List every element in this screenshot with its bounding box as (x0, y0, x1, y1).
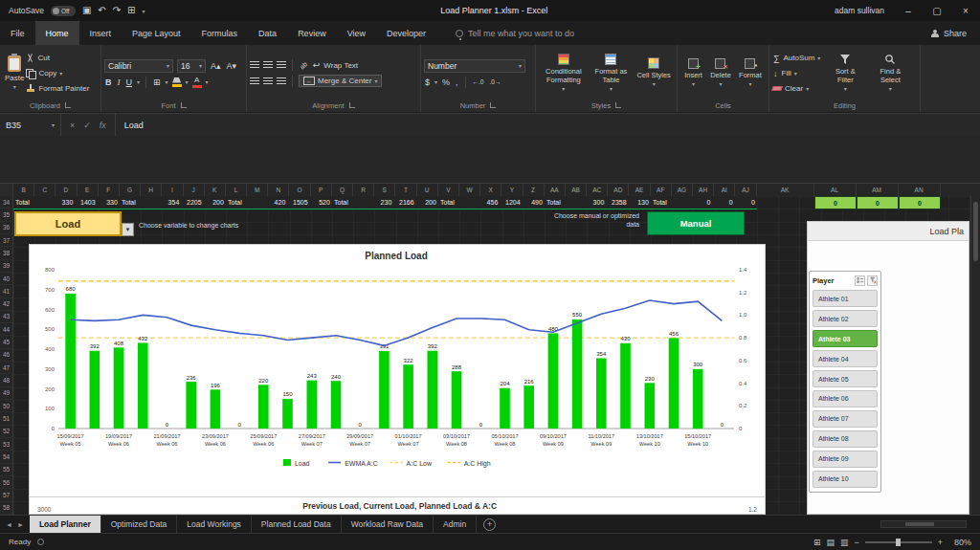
sheet-scroll-right-icon[interactable]: ► (17, 521, 24, 528)
total-value-cell[interactable]: 2205 (181, 196, 203, 209)
number-format-select[interactable]: Number▾ (424, 59, 525, 73)
column-header-M[interactable]: M (247, 184, 268, 196)
row-header-40[interactable]: 40 (0, 273, 12, 285)
column-header-AM[interactable]: AM (857, 184, 899, 196)
row-header-54[interactable]: 54 (0, 451, 12, 463)
column-header-AC[interactable]: AC (587, 184, 608, 196)
total-value-cell[interactable]: 200 (416, 196, 438, 209)
name-box[interactable]: B35▾ (0, 114, 61, 136)
second-chart-strip[interactable]: 3000 Previous Load, Current Load, Planne… (29, 497, 766, 515)
align-top-icon[interactable] (250, 61, 259, 69)
undo-icon[interactable]: ↶ (98, 6, 105, 15)
total-label-cell[interactable]: Total (226, 196, 265, 209)
column-header-B[interactable]: B (13, 184, 34, 196)
slicer-item-athlete-09[interactable]: Athlete 09 (813, 451, 878, 468)
format-cells-button[interactable]: * Format▾ (737, 58, 764, 88)
column-header-F[interactable]: F (99, 184, 120, 196)
load-dropdown-arrow[interactable]: ▼ (122, 223, 134, 236)
slicer-item-athlete-04[interactable]: Athlete 04 (813, 350, 878, 367)
total-value-cell[interactable]: 0 (690, 196, 712, 209)
slicer-item-athlete-08[interactable]: Athlete 08 (813, 430, 878, 448)
fill-button[interactable]: ↓Fill▾ (772, 67, 820, 80)
underline-button[interactable]: U (125, 77, 134, 87)
copy-button[interactable]: Copy▾ (26, 67, 89, 80)
column-header-G[interactable]: G (120, 184, 141, 196)
sort-filter-button[interactable]: Sort & Filter▾ (825, 54, 865, 93)
horizontal-scrollbar[interactable] (880, 520, 967, 528)
row-header-50[interactable]: 50 (0, 400, 12, 412)
normal-view-icon[interactable]: ⊞ (813, 538, 821, 547)
borders-icon[interactable]: ⊞ (152, 77, 162, 87)
total-label-cell[interactable]: Total (120, 196, 159, 209)
format-painter-button[interactable]: Format Painter (26, 82, 89, 96)
total-value-cell[interactable]: 354 (159, 196, 181, 209)
column-header-AN[interactable]: AN (899, 184, 941, 196)
comma-style-icon[interactable]: , (455, 77, 459, 87)
total-value-cell[interactable]: 1204 (500, 196, 522, 209)
increase-decimal-icon[interactable]: ←.0 (472, 78, 485, 85)
total-value-cell[interactable]: 490 (523, 196, 545, 209)
zoom-out-icon[interactable]: − (854, 538, 858, 547)
slicer-item-athlete-05[interactable]: Athlete 05 (813, 370, 878, 387)
font-color-icon[interactable]: A (192, 77, 202, 88)
column-header-AB[interactable]: AB (566, 184, 587, 196)
save-icon[interactable]: ▣ (82, 6, 91, 15)
alignment-dialog-launcher[interactable] (349, 102, 355, 108)
row-header-35[interactable]: 35 (0, 209, 12, 221)
column-header-W[interactable]: W (459, 184, 480, 196)
row-header-43[interactable]: 43 (0, 311, 12, 323)
column-header-R[interactable]: R (353, 184, 374, 196)
sheet-tab-planned-load-data[interactable]: Planned Load Data (252, 516, 342, 533)
total-value-cell[interactable]: 300 (584, 196, 606, 209)
slicer-item-athlete-02[interactable]: Athlete 02 (813, 310, 878, 327)
slicer-item-athlete-06[interactable]: Athlete 06 (813, 390, 878, 407)
insert-cells-button[interactable]: + Insert▾ (682, 58, 704, 88)
formula-input[interactable]: Load (116, 121, 144, 130)
table-icon[interactable]: ⊞ (127, 6, 135, 15)
sheet-scroll-left-icon[interactable]: ◄ (6, 521, 12, 528)
total-value-cell[interactable]: 420 (265, 196, 287, 209)
row-header-37[interactable]: 37 (0, 234, 12, 247)
total-value-cell[interactable]: 0 (735, 196, 757, 209)
align-middle-icon[interactable] (263, 61, 273, 69)
total-value-cell[interactable]: 230 (371, 196, 393, 209)
column-header-H[interactable]: H (141, 184, 162, 196)
total-value-cell[interactable]: 520 (310, 196, 332, 209)
column-header-AJ[interactable]: AJ (735, 184, 756, 196)
vertical-scrollbar[interactable] (970, 196, 980, 515)
column-header-T[interactable]: T (395, 184, 416, 196)
row-header-42[interactable]: 42 (0, 298, 12, 311)
row-header-36[interactable]: 36 (0, 222, 12, 234)
column-header-AH[interactable]: AH (693, 184, 714, 196)
font-dialog-launcher[interactable] (181, 102, 187, 108)
sheet-tab-load-planner[interactable]: Load Planner (30, 516, 101, 533)
row-header-38[interactable]: 38 (0, 247, 12, 259)
row-header-58[interactable]: 58 (0, 502, 12, 515)
share-button[interactable]: Share (931, 21, 967, 45)
load-variable-selector[interactable]: Load (14, 211, 122, 236)
orientation-icon[interactable]: ab (298, 59, 309, 71)
qat-customize-icon[interactable]: ▾ (143, 8, 145, 14)
ribbon-tab-developer[interactable]: Developer (376, 21, 436, 45)
column-header-S[interactable]: S (374, 184, 395, 196)
cut-button[interactable]: Cut (26, 52, 89, 65)
autosum-button[interactable]: ∑AutoSum▾ (772, 52, 820, 65)
sheet-tab-admin[interactable]: Admin (434, 516, 477, 533)
total-label-cell[interactable]: Total (438, 196, 478, 209)
column-header-N[interactable]: N (268, 184, 289, 196)
merge-center-button[interactable]: ↔Merge & Center▾ (299, 75, 382, 87)
restore-button[interactable]: ▢ (923, 0, 951, 21)
zoom-slider-thumb[interactable] (896, 539, 901, 546)
grid-area[interactable]: Total3301403330Total3542205200Total42015… (13, 196, 980, 515)
ribbon-tab-file[interactable]: File (0, 21, 35, 45)
align-center-icon[interactable] (263, 77, 273, 85)
insert-function-icon[interactable]: fx (100, 121, 106, 130)
total-value-cell[interactable]: 200 (204, 196, 226, 209)
row-header-41[interactable]: 41 (0, 285, 12, 297)
row-header-55[interactable]: 55 (0, 464, 12, 476)
total-value-cell[interactable]: 456 (478, 196, 500, 209)
row-header-45[interactable]: 45 (0, 336, 12, 348)
close-button[interactable]: × (951, 0, 980, 21)
total-value-cell[interactable]: 0 (712, 196, 734, 209)
row-header-49[interactable]: 49 (0, 387, 12, 400)
